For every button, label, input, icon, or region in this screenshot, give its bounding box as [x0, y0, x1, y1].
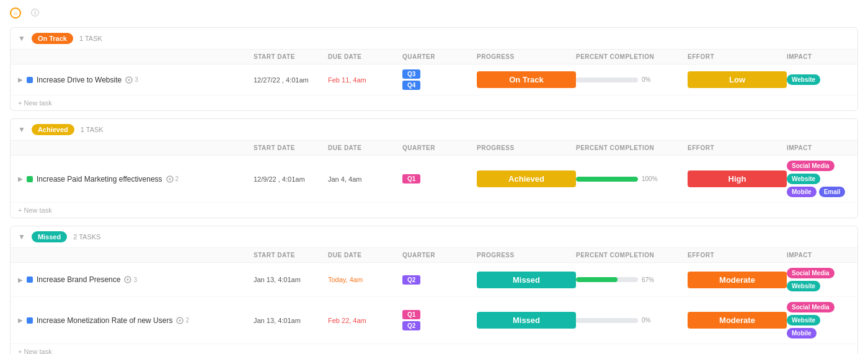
section-toggle[interactable]: ▼: [18, 34, 25, 43]
impact-tag: Social Media: [787, 161, 835, 171]
impact-tag: Mobile: [787, 187, 817, 197]
task-name-cell: ▶ Increase Brand Presence 3: [18, 275, 254, 284]
task-subtask-count: 3: [124, 276, 137, 283]
section-toggle[interactable]: ▼: [18, 125, 25, 134]
col-header-7: IMPACT: [787, 252, 850, 259]
task-effort-box: Moderate: [688, 272, 787, 288]
col-header-7: IMPACT: [787, 53, 850, 60]
col-header-0: [18, 252, 254, 259]
new-task-link[interactable]: + New task: [11, 95, 857, 110]
quarter-badge: Q2: [402, 321, 420, 330]
subtask-icon: [166, 175, 174, 183]
task-row: ▶ Increase Paid Marketing effectiveness …: [11, 156, 857, 203]
task-start-date: Jan 13, 4:01am: [254, 276, 328, 283]
progress-bar-fill: [576, 277, 618, 282]
section-toggle[interactable]: ▼: [18, 232, 25, 241]
task-dot: [27, 176, 33, 182]
task-start-date: 12/27/22 , 4:01am: [254, 76, 328, 84]
section-task-count: 2 TASKS: [73, 233, 100, 241]
new-task-link[interactable]: + New task: [11, 344, 857, 354]
col-header-6: EFFORT: [688, 53, 787, 60]
impact-tag: Website: [787, 281, 820, 291]
task-impact-col: Social MediaWebsiteMobile: [787, 302, 850, 339]
col-header-5: PERCENT COMPLETION: [576, 53, 688, 60]
task-name-cell: ▶ Increase Monetization Rate of new User…: [18, 316, 254, 325]
task-effort-box: Low: [688, 71, 787, 88]
col-header-5: PERCENT COMPLETION: [576, 144, 688, 151]
task-start-date: 12/9/22 , 4:01am: [254, 175, 328, 183]
task-name-label: Increase Brand Presence: [37, 275, 120, 284]
impact-tag: Social Media: [787, 302, 835, 312]
task-progress-box: Achieved: [477, 170, 576, 187]
col-header-5: PERCENT COMPLETION: [576, 252, 688, 259]
subtask-icon: [125, 76, 133, 84]
subtask-icon: [176, 317, 184, 324]
impact-tag: Website: [787, 74, 820, 85]
percent-label: 0%: [642, 317, 650, 324]
col-header-2: DUE DATE: [328, 252, 402, 259]
task-effort-box: High: [688, 170, 787, 187]
task-dot: [27, 317, 33, 324]
main-page: ○ ⓘ ▼ On Track 1 TASK START DATEDUE DATE…: [0, 0, 868, 354]
task-quarter-col: Q2: [402, 275, 477, 285]
task-impact-col: Social MediaWebsite: [787, 268, 850, 291]
new-task-link[interactable]: + New task: [11, 203, 857, 218]
task-percent-col: 0%: [576, 317, 688, 324]
task-expand-icon[interactable]: ▶: [18, 76, 23, 83]
progress-bar-bg: [576, 177, 638, 182]
impact-tag: Website: [787, 315, 820, 325]
progress-bar-fill: [576, 177, 638, 182]
task-dot: [27, 277, 33, 283]
col-header-2: DUE DATE: [328, 53, 402, 60]
task-name-label: Increase Paid Marketing effectiveness: [37, 175, 162, 184]
task-quarter-col: Q3Q4: [402, 69, 477, 90]
impact-tag: Website: [787, 174, 820, 184]
quarter-badge: Q2: [402, 275, 420, 285]
task-due-date: Feb 22, 4am: [328, 317, 402, 324]
task-percent-col: 0%: [576, 76, 688, 83]
task-progress-box: Missed: [477, 312, 576, 329]
section-header-achieved: ▼ Achieved 1 TASK: [11, 119, 857, 141]
col-header-1: START DATE: [254, 53, 328, 60]
impact-tag: Mobile: [787, 328, 817, 339]
task-due-date: Feb 11, 4am: [328, 76, 402, 84]
task-name-cell: ▶ Increase Paid Marketing effectiveness …: [18, 175, 254, 184]
task-due-date: Jan 4, 4am: [328, 175, 402, 183]
task-effort-box: Moderate: [688, 312, 787, 329]
task-row: ▶ Increase Monetization Rate of new User…: [11, 297, 857, 344]
subtask-icon: [124, 276, 131, 283]
col-header-4: PROGRESS: [477, 53, 576, 60]
task-start-date: Jan 13, 4:01am: [254, 317, 328, 324]
task-expand-icon[interactable]: ▶: [18, 277, 23, 283]
task-subtask-count: 2: [176, 317, 189, 324]
task-name-label: Increase Monetization Rate of new Users: [37, 316, 172, 325]
task-quarter-col: Q1: [402, 174, 477, 184]
task-row: ▶ Increase Drive to Website 3 12/27/22 ,…: [11, 64, 857, 95]
task-row: ▶ Increase Brand Presence 3 Jan 13, 4:01…: [11, 263, 857, 297]
section-on-track: ▼ On Track 1 TASK START DATEDUE DATEQUAR…: [10, 27, 858, 111]
col-header-1: START DATE: [254, 144, 328, 151]
percent-label: 67%: [642, 277, 654, 283]
col-header-4: PROGRESS: [477, 144, 576, 151]
section-header-missed: ▼ Missed 2 TASKS: [11, 226, 857, 248]
task-impact-col: Social MediaWebsiteMobileEmail: [787, 161, 850, 197]
progress-bar-bg: [576, 318, 638, 323]
col-header-3: QUARTER: [402, 252, 477, 259]
quarter-badge: Q4: [402, 81, 420, 90]
task-percent-col: 67%: [576, 277, 688, 283]
section-missed: ▼ Missed 2 TASKS START DATEDUE DATEQUART…: [10, 226, 858, 354]
section-status-pill: On Track: [32, 33, 73, 44]
task-expand-icon[interactable]: ▶: [18, 317, 23, 324]
task-name-cell: ▶ Increase Drive to Website 3: [18, 76, 254, 84]
section-task-count: 1 TASK: [79, 35, 102, 42]
section-status-pill: Missed: [32, 231, 67, 242]
section-achieved: ▼ Achieved 1 TASK START DATEDUE DATEQUAR…: [10, 118, 858, 218]
column-headers: START DATEDUE DATEQUARTERPROGRESSPERCENT…: [11, 50, 857, 64]
section-task-count: 1 TASK: [81, 126, 104, 133]
task-name-label: Increase Drive to Website: [37, 76, 122, 84]
task-progress-box: On Track: [477, 71, 576, 88]
info-icon[interactable]: ⓘ: [31, 7, 39, 19]
progress-bar-bg: [576, 277, 638, 282]
task-expand-icon[interactable]: ▶: [18, 175, 23, 182]
column-headers: START DATEDUE DATEQUARTERPROGRESSPERCENT…: [11, 248, 857, 263]
